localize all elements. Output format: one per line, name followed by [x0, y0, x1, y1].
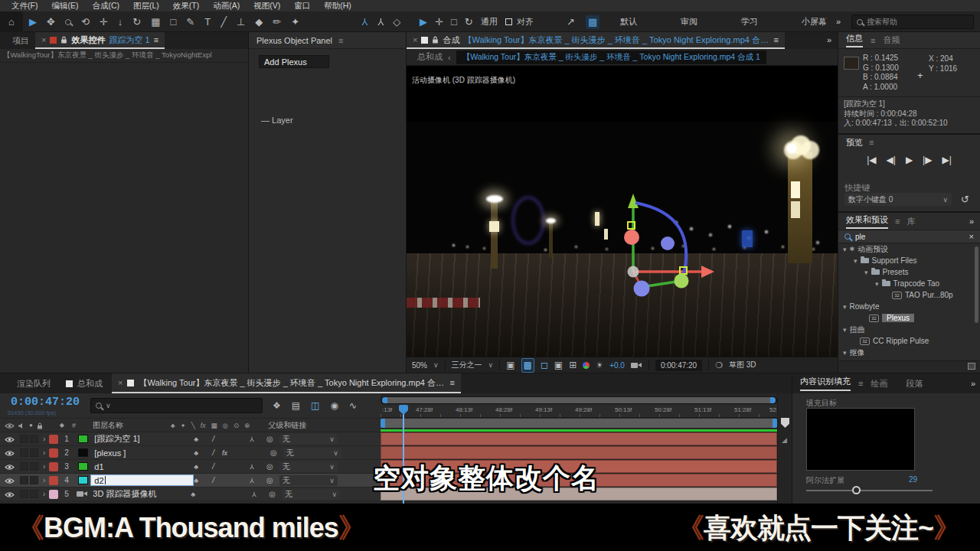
layer-name[interactable]: 3D 跟踪器摄像机 [93, 488, 191, 500]
home-button[interactable]: ⌂ [0, 11, 23, 32]
label-color-chip[interactable] [49, 435, 58, 444]
close-icon[interactable]: × [118, 378, 122, 387]
magnification-select[interactable]: 50% [412, 361, 427, 370]
gizmo-origin[interactable] [628, 266, 639, 278]
parent-select[interactable]: 无∨ [283, 448, 341, 458]
close-icon[interactable]: × [41, 35, 46, 44]
quality-icon[interactable]: ♣ [194, 449, 198, 457]
menu-view[interactable]: 视图(V) [247, 1, 287, 11]
nav-handle-left[interactable] [382, 397, 387, 403]
orbit-tool-icon[interactable]: ⟲ [81, 11, 90, 32]
prev-frame-button[interactable]: ◀| [887, 155, 896, 165]
comp-timecode[interactable]: 0:00:47:20 [655, 360, 702, 371]
caret-down-icon[interactable]: ▾ [864, 269, 868, 276]
draft-3d-icon[interactable]: ❍ [715, 357, 723, 373]
alpha-slider-track[interactable] [806, 490, 933, 491]
layer-row-1[interactable]: › 1 [跟踪为空 1] ♣ / Y ◎ 无∨ [0, 432, 381, 446]
snap-icon[interactable]: ▩ [586, 15, 599, 29]
quality-icon[interactable]: ♣ [194, 435, 198, 443]
pickwhip-icon[interactable]: ◎ [266, 435, 273, 443]
menu-layer[interactable]: 图层(L) [126, 1, 166, 11]
tab-info[interactable]: 信息 [846, 33, 863, 47]
menu-help[interactable]: 帮助(H) [317, 1, 358, 11]
snapshot-camera-icon[interactable] [631, 362, 642, 369]
tree-item-plexus[interactable]: 32 Plexus [838, 312, 980, 324]
rotobrush-tool-icon[interactable]: ✏ [273, 11, 281, 32]
zoom-tool-icon[interactable] [65, 19, 71, 25]
menu-edit[interactable]: 编辑(E) [44, 1, 85, 11]
menu-composition[interactable]: 合成(C) [85, 1, 126, 11]
close-icon[interactable]: × [413, 35, 417, 44]
pickwhip-icon[interactable]: ◎ [266, 462, 273, 471]
layer-name[interactable]: [plexus ] [94, 448, 194, 458]
pan-tool-icon[interactable]: ✛ [100, 11, 108, 32]
workspace-review[interactable]: 审阅 [681, 16, 697, 28]
timeline-nav-bar[interactable] [381, 396, 777, 404]
tree-item-trapcode-tao[interactable]: ▾ Trapcode Tao [838, 278, 980, 289]
label-color-chip[interactable] [49, 476, 58, 485]
quality-slash-icon[interactable]: / [212, 462, 214, 471]
expand-caret-icon[interactable]: › [43, 476, 45, 484]
motion-blur-icon[interactable]: ◉ [330, 396, 338, 416]
caret-down-icon[interactable]: ▾ [854, 257, 858, 265]
caret-down-icon[interactable]: ▾ [843, 246, 847, 253]
tab-effects-presets[interactable]: 效果和预设 [846, 214, 888, 229]
quick-rotate-icon[interactable]: ↻ [465, 11, 473, 32]
pickwhip-icon[interactable]: ◎ [269, 490, 276, 498]
camera-tool-icon[interactable]: ▦ [151, 11, 160, 32]
timeline-search-input[interactable]: ∨ [90, 398, 263, 413]
eye-icon[interactable] [5, 487, 15, 501]
comp-marker-icon[interactable] [781, 418, 789, 428]
parent-pick-icon[interactable]: Y [250, 463, 254, 471]
caret-down-icon[interactable]: ▾ [843, 303, 847, 311]
quick-position-icon[interactable]: ✛ [435, 11, 443, 32]
expand-caret-icon[interactable]: › [43, 448, 45, 457]
eye-icon[interactable] [5, 432, 15, 446]
new-folder-icon[interactable] [968, 363, 975, 370]
workspace-learn[interactable]: 学习 [741, 16, 758, 28]
tab-effect-controls[interactable]: × 效果控件 跟踪为空 1 ≡ [35, 32, 165, 49]
rotate-tool-icon[interactable]: ↻ [132, 11, 141, 32]
eye-icon[interactable] [5, 446, 15, 460]
layer-row-4[interactable]: › 4 d2 ♣ / Y ◎ 无∨ [0, 474, 381, 487]
work-area-bar[interactable] [381, 419, 777, 428]
pen-tool-icon[interactable]: ✎ [186, 11, 194, 32]
caret-down-icon[interactable]: ▾ [843, 349, 847, 357]
quality-slash-icon[interactable]: / [212, 435, 214, 443]
label-color-chip[interactable] [49, 462, 58, 471]
last-frame-button[interactable]: ▶| [942, 155, 951, 165]
layer-name[interactable]: d1 [94, 462, 194, 471]
eye-icon[interactable] [5, 460, 15, 474]
stamp-tool-icon[interactable]: ⊥ [237, 11, 245, 32]
layer-bar-1[interactable] [381, 432, 777, 445]
panel-menu-icon[interactable]: ≡ [858, 379, 863, 388]
layer-row-2[interactable]: › 2 [plexus ] ♣ / fx ◎ 无∨ [0, 446, 381, 460]
quality-icon[interactable]: ♣ [191, 491, 195, 498]
parent-pick-icon[interactable]: Y [250, 435, 254, 443]
caret-down-icon[interactable]: ▾ [843, 326, 847, 334]
layer-name[interactable]: [跟踪为空 1] [94, 433, 194, 445]
draft-3d-label[interactable]: 草图 3D [729, 360, 756, 370]
parent-select[interactable]: 无∨ [282, 489, 340, 500]
mini-flowchart-icon[interactable]: ❖ [273, 396, 281, 416]
rect-tool-icon[interactable]: □ [170, 11, 176, 32]
tree-item-keying[interactable]: ▾ 抠像 [838, 347, 980, 358]
panel-overflow-icon[interactable]: » [827, 35, 831, 44]
help-search-input[interactable]: 搜索帮助 [851, 15, 974, 29]
menu-effect[interactable]: 效果(T) [166, 1, 206, 11]
layer-bar-2[interactable] [381, 446, 777, 459]
view-axis-icon[interactable]: ◇ [393, 11, 400, 32]
parent-select[interactable]: 无∨ [279, 434, 338, 445]
dolly-tool-icon[interactable]: ↓ [118, 11, 123, 32]
tree-item-rowbyte[interactable]: ▾ Rowbyte [838, 301, 980, 312]
quality-icon[interactable]: ♣ [194, 463, 198, 471]
pickwhip-icon[interactable]: ◎ [266, 476, 273, 484]
tab-paragraph[interactable]: 段落 [906, 378, 923, 390]
expand-caret-icon[interactable]: › [43, 490, 45, 498]
tab-library[interactable]: 库 [906, 216, 915, 227]
expand-caret-icon[interactable]: › [43, 435, 45, 443]
panel-menu-icon[interactable]: ≡ [338, 36, 343, 45]
current-timecode[interactable]: 0:00:47:20 [11, 396, 80, 409]
alpha-slider-knob[interactable] [852, 486, 861, 494]
plexus-layer-row[interactable]: — Layer [261, 112, 293, 126]
